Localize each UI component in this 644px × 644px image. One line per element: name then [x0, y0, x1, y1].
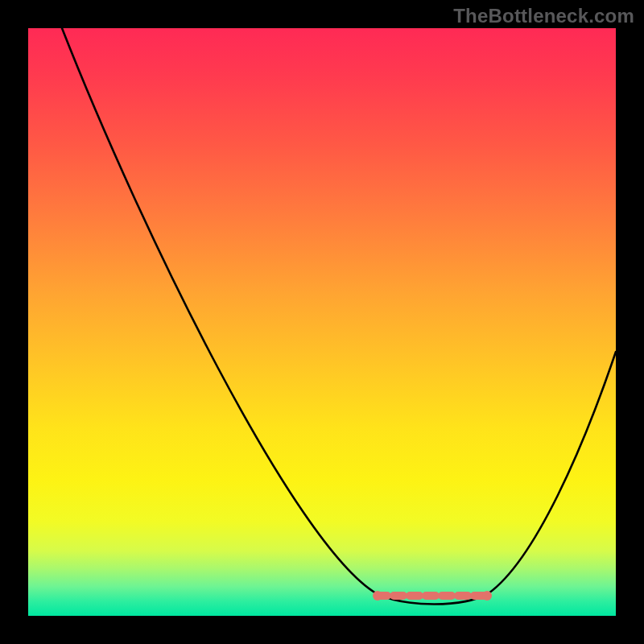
- optimal-range-start-dot: [373, 591, 382, 601]
- curve-layer: [28, 28, 616, 616]
- chart-container: TheBottleneck.com: [0, 0, 644, 644]
- optimal-range-end-dot: [482, 591, 492, 601]
- plot-area: [28, 28, 616, 616]
- watermark-text: TheBottleneck.com: [453, 5, 634, 27]
- bottleneck-curve: [62, 28, 616, 605]
